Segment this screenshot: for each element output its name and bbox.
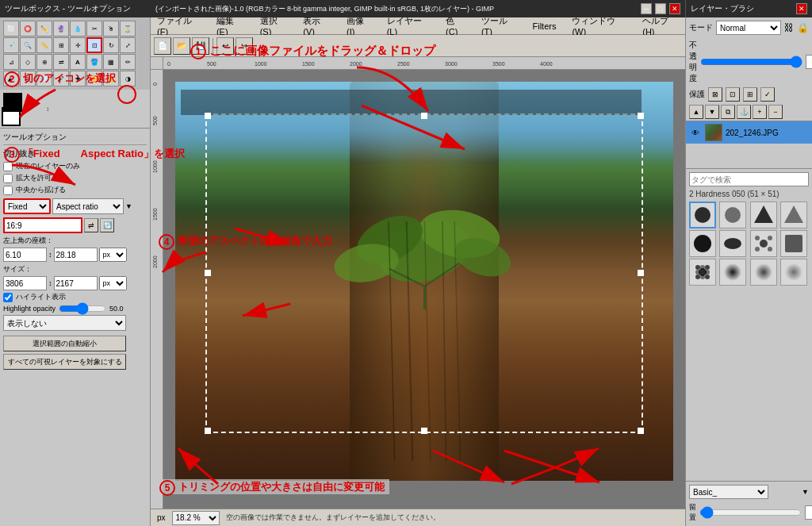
toolbar-new[interactable]: 📄: [154, 37, 171, 55]
preserve-btn2[interactable]: ⊡: [726, 87, 740, 102]
highlight-opacity-slider[interactable]: [59, 304, 106, 313]
highlight-checkbox[interactable]: [3, 293, 13, 302]
crop-handle-tl[interactable]: [205, 113, 211, 119]
crop-handle-bm[interactable]: [421, 428, 427, 434]
tool-ellipse-select[interactable]: ⭕: [20, 21, 36, 36]
tool-rotate[interactable]: ↻: [103, 37, 119, 53]
zoom-select[interactable]: 18.2 %: [172, 511, 220, 525]
tool-scissors[interactable]: ✂: [86, 21, 102, 36]
tool-paths[interactable]: ⌛: [120, 21, 136, 36]
preserve-btn3[interactable]: ⊞: [743, 87, 757, 102]
tool-foreground-select[interactable]: 🖱: [103, 21, 119, 36]
maximize-button[interactable]: □: [655, 3, 666, 14]
toolbar-save[interactable]: 💾: [192, 37, 209, 55]
tool-airbrush[interactable]: 💨: [36, 71, 52, 86]
preserve-btn4[interactable]: ✓: [760, 87, 775, 102]
brush-size-slider[interactable]: [699, 508, 802, 517]
brush-item[interactable]: [689, 230, 716, 257]
ratio-reset-button[interactable]: 🔃: [100, 218, 114, 232]
size-h-input[interactable]: [54, 276, 98, 290]
layer-duplicate-button[interactable]: ⧉: [721, 105, 735, 119]
tool-perspective[interactable]: ◇: [20, 54, 36, 70]
pos-unit-select[interactable]: % px: [99, 248, 127, 262]
auto-shrink-button[interactable]: 選択範囲の自動縮小: [3, 336, 126, 351]
minimize-button[interactable]: ─: [641, 3, 652, 14]
toolbar-open[interactable]: 📂: [173, 37, 190, 55]
tool-scale[interactable]: ⤢: [120, 37, 136, 53]
pos-y-input[interactable]: [54, 248, 98, 262]
tool-smudge[interactable]: 👆: [103, 71, 119, 86]
aspect-value-select[interactable]: Aspect ratio: [52, 198, 124, 214]
tool-move[interactable]: ✛: [70, 37, 86, 53]
tool-fuzzy-select[interactable]: 🔮: [53, 21, 69, 36]
current-layer-checkbox[interactable]: [3, 162, 13, 171]
brush-item[interactable]: [719, 259, 746, 286]
allow-grow-checkbox[interactable]: [3, 174, 13, 183]
tool-heal[interactable]: ✚: [70, 71, 86, 86]
preserve-btn1[interactable]: ⊠: [708, 87, 722, 102]
layers-close-button[interactable]: ✕: [796, 3, 807, 14]
tool-bucket-fill[interactable]: 🪣: [86, 54, 102, 70]
all-layers-button[interactable]: すべての可視レイヤーを対象にする: [3, 354, 126, 370]
display-select[interactable]: 表示しない: [3, 315, 126, 331]
tool-eraser[interactable]: ◻: [20, 71, 36, 86]
opacity-slider[interactable]: [700, 56, 802, 67]
mode-select[interactable]: Normal: [716, 21, 781, 35]
brush-item[interactable]: [719, 202, 746, 228]
crop-selection[interactable]: [205, 113, 644, 432]
crop-handle-bl[interactable]: [205, 428, 211, 434]
size-w-input[interactable]: [3, 276, 47, 290]
brush-search-input[interactable]: [689, 172, 809, 186]
tool-clone[interactable]: ♊: [86, 71, 102, 86]
expand-from-center-checkbox[interactable]: [3, 186, 13, 195]
toolbar-undo[interactable]: ↩: [216, 37, 234, 55]
tool-align[interactable]: ⊞: [53, 37, 69, 53]
tool-color-picker[interactable]: 💉: [3, 37, 19, 53]
close-button[interactable]: ✕: [669, 3, 680, 14]
layer-new-button[interactable]: +: [753, 105, 767, 119]
brush-item[interactable]: [719, 230, 746, 257]
ratio-swap-button[interactable]: ⇌: [84, 218, 98, 232]
layer-up-button[interactable]: ▲: [689, 105, 703, 119]
layer-item[interactable]: 👁 202_1246.JPG: [686, 121, 812, 144]
tool-rect-select[interactable]: ⬜: [3, 21, 19, 36]
crop-handle-tr[interactable]: [638, 113, 644, 119]
tool-flip[interactable]: ⇌: [53, 54, 69, 70]
foreground-color[interactable]: [3, 93, 22, 112]
crop-handle-tm[interactable]: [421, 113, 427, 119]
layer-eye-icon[interactable]: 👁: [689, 126, 702, 139]
tool-select-by-color[interactable]: 💧: [70, 21, 86, 36]
tool-crop[interactable]: ⊡: [86, 37, 102, 53]
tool-free-select[interactable]: ✏️: [36, 21, 52, 36]
pos-x-input[interactable]: [3, 248, 47, 262]
brush-item[interactable]: [780, 230, 807, 257]
tool-paintbrush[interactable]: 🖌: [3, 71, 19, 86]
tool-transform[interactable]: ⊕: [36, 54, 52, 70]
brush-item[interactable]: [689, 202, 716, 228]
aspect-type-select[interactable]: Fixed: [3, 198, 51, 214]
tool-ink[interactable]: 🖋: [53, 71, 69, 86]
layer-down-button[interactable]: ▼: [705, 105, 719, 119]
crop-handle-br[interactable]: [638, 428, 644, 434]
brush-size-input[interactable]: [805, 505, 812, 520]
brush-item[interactable]: [750, 230, 777, 257]
tool-measure[interactable]: 📏: [36, 37, 52, 53]
tool-dodge-burn[interactable]: ◑: [120, 71, 136, 86]
brush-item[interactable]: [780, 202, 807, 228]
canvas-viewport[interactable]: [163, 70, 685, 509]
tool-text[interactable]: A: [70, 54, 86, 70]
tool-blend[interactable]: ▦: [103, 54, 119, 70]
crop-handle-ml[interactable]: [205, 270, 211, 276]
brush-item[interactable]: [750, 259, 777, 286]
tool-pencil[interactable]: ✏: [120, 54, 136, 70]
crop-handle-mr[interactable]: [638, 270, 644, 276]
opacity-value[interactable]: [806, 55, 812, 69]
size-unit-select[interactable]: px: [99, 276, 127, 290]
brush-item[interactable]: [750, 202, 777, 228]
layer-delete-button[interactable]: −: [768, 105, 783, 119]
tool-shear[interactable]: ⊿: [3, 54, 19, 70]
brush-item[interactable]: [689, 259, 716, 286]
ratio-input[interactable]: [3, 217, 82, 233]
tool-zoom[interactable]: 🔍: [20, 37, 36, 53]
layer-anchor-button[interactable]: ⚓: [737, 105, 751, 119]
